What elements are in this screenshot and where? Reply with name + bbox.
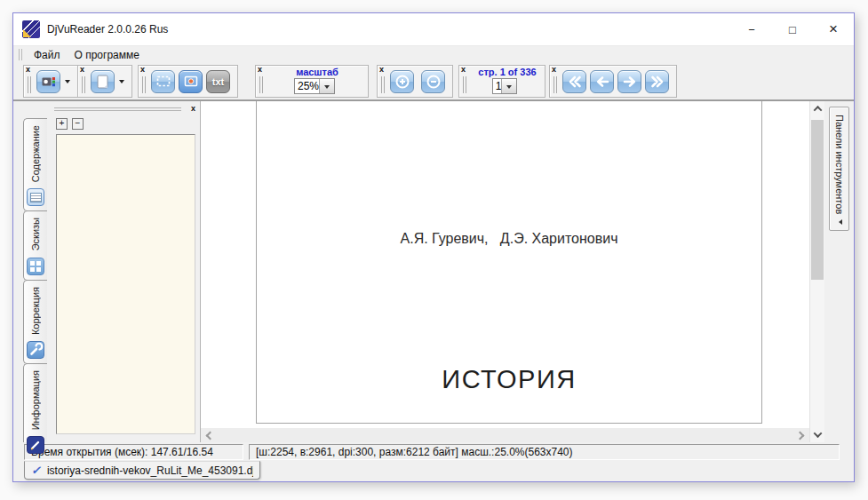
selection-rectangle-icon [156,75,171,87]
zoom-out-icon [426,74,442,90]
zoom-combobox[interactable]: 25% [294,78,335,94]
correction-wrench-icon [27,341,44,359]
sidebar-tab-label: Коррекция [30,287,41,335]
thumbnails-icon [27,258,44,275]
sidebar-tab-contents[interactable]: Содержание [23,118,47,211]
toolbar: x x [13,63,854,100]
drag-handle[interactable] [381,76,385,93]
page-icon [96,75,109,89]
collapse-all-button[interactable]: − [72,118,84,130]
close-icon[interactable]: x [140,65,145,74]
sidebar-panel-header: x [52,104,197,115]
text-mode-button[interactable]: txt [206,70,230,93]
contents-tree-area[interactable] [56,134,195,434]
drag-handle[interactable] [553,76,557,93]
close-icon[interactable]: x [80,65,84,74]
display-mode-icon [42,75,56,88]
chevron-left-icon [836,219,842,225]
toolbars-panel-tab[interactable]: Панели инструментов [829,107,849,231]
document-tab-filename: istoriya-srednih-vekov_RuLit_Me_453091.d… [47,464,253,477]
document-tab[interactable]: ✓ istoriya-srednih-vekov_RuLit_Me_453091… [24,461,260,480]
chevron-down-icon [324,85,330,91]
app-window: DjVuReader 2.0.0.26 Rus − □ × Файл О про… [12,12,855,482]
image-icon [184,75,198,87]
contents-icon [27,188,44,206]
close-icon[interactable]: x [258,65,262,74]
page-combo-label: стр. 1 of 336 [478,67,536,77]
zoom-in-icon [394,74,410,90]
document-viewer[interactable]: А.Я. Гуревич, Д.Э. Харитонович ИСТОРИЯ С… [201,101,809,428]
menu-drag-handle[interactable] [19,49,22,60]
vertical-scrollbar[interactable] [809,101,824,442]
menu-file[interactable]: Файл [27,47,68,63]
page-layout-dropdown-icon[interactable] [119,80,124,86]
scroll-up-button[interactable] [810,101,824,116]
minimize-button[interactable]: − [731,13,772,45]
scroll-up-icon [813,106,822,115]
close-icon[interactable]: x [552,65,556,74]
toolbar-group-page-layout: x [77,65,132,98]
last-page-button[interactable] [645,70,669,93]
djvu-document-icon: ✓ [31,464,41,476]
close-button[interactable]: × [813,13,854,45]
select-region-button[interactable] [151,70,175,93]
zoom-in-button[interactable] [390,70,414,93]
scroll-down-button[interactable] [810,427,824,442]
sidebar-tab-label: Эскизы [30,218,41,250]
chevron-down-icon [506,85,512,91]
right-panel-strip: Панели инструментов [824,101,854,442]
vertical-scrollbar-thumb[interactable] [811,120,824,280]
window-controls: − □ × [731,13,854,45]
zoom-out-button[interactable] [421,70,445,93]
sidebar-tab-information[interactable]: Информация [23,363,47,459]
app-icon [22,20,40,38]
maximize-button[interactable]: □ [772,13,813,45]
zoom-combobox-dropdown[interactable] [319,79,334,93]
status-page-info: [ш:2254, в:2961, dpi:300, разм:6212 байт… [249,444,840,460]
menu-bar: Файл О программе [13,45,854,63]
close-icon[interactable]: x [461,65,466,74]
page-layout-button[interactable] [91,70,115,93]
previous-page-button[interactable] [590,70,614,93]
close-icon[interactable]: x [379,65,384,74]
arrow-right-icon [623,75,637,88]
book-title-line1: ИСТОРИЯ [257,359,761,401]
toolbar-group-tools: x txt [138,65,238,98]
zoom-combo-label: масштаб [296,67,338,77]
information-icon [27,436,44,454]
sidebar-tab-correction[interactable]: Коррекция [23,280,47,364]
first-page-button[interactable] [562,70,586,93]
drag-handle[interactable] [54,107,181,111]
content-area: Содержание Эскизы Коррекция Информация [13,100,854,442]
close-icon[interactable]: x [191,104,195,114]
drag-handle[interactable] [82,76,85,93]
page-book-title: ИСТОРИЯ СРЕДНИХ ВЕКОВ [257,275,761,428]
page-authors-line: А.Я. Гуревич, Д.Э. Харитонович [257,231,761,247]
display-mode-button[interactable] [36,70,60,93]
sidebar-tab-strip: Содержание Эскизы Коррекция Информация [23,101,50,442]
status-open-time: Время открытия (мсек): 147.61/16.54 [24,444,243,460]
expand-all-button[interactable]: + [56,118,68,130]
sidebar-panel-contents: x + − [50,101,201,442]
page-combobox[interactable]: 1 [492,78,518,94]
scroll-left-icon[interactable] [206,431,215,440]
image-mode-button[interactable] [179,70,203,93]
drag-handle[interactable] [142,76,146,93]
next-page-button[interactable] [617,70,641,93]
drag-handle[interactable] [259,76,263,93]
first-page-icon [568,75,582,88]
drag-handle[interactable] [28,76,31,93]
toolbar-group-page-combo: x стр. 1 of 336 1 [458,65,545,98]
scroll-right-icon[interactable] [796,431,805,440]
sidebar-tab-thumbnails[interactable]: Эскизы [23,210,47,280]
page-combobox-dropdown[interactable] [501,79,516,93]
arrow-left-icon [595,75,609,88]
close-icon[interactable]: x [26,65,30,74]
menu-about[interactable]: О программе [68,47,147,63]
scroll-down-icon [813,429,822,438]
display-mode-dropdown-icon[interactable] [65,80,70,86]
drag-handle[interactable] [463,76,466,93]
sidebar-tab-label: Содержание [30,125,41,182]
horizontal-scrollbar[interactable] [201,428,809,442]
status-bar: Время открытия (мсек): 147.61/16.54 [ш:2… [13,442,854,461]
